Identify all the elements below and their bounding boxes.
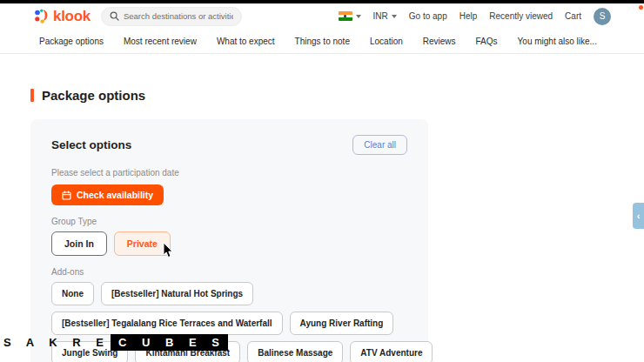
chevron-down-icon	[392, 15, 397, 18]
search-icon	[110, 11, 119, 21]
check-availability-label: Check availability	[77, 190, 153, 200]
addon-row: [Bestseller] Tegalalang Rice Terraces an…	[51, 312, 407, 335]
klook-logo-text: klook	[53, 8, 91, 25]
cart-link[interactable]: Cart	[565, 11, 581, 21]
tab-reviews[interactable]: Reviews	[423, 37, 456, 46]
group-option-join-in[interactable]: Join In	[51, 231, 107, 256]
notification-dot	[639, 5, 643, 10]
tab-most-recent-review[interactable]: Most recent review	[124, 37, 197, 46]
language-selector[interactable]	[339, 11, 361, 21]
select-options-card: Select options Clear all Please select a…	[30, 119, 428, 362]
addons-label: Add-ons	[51, 267, 407, 277]
search-input[interactable]	[124, 11, 233, 21]
date-prompt: Please select a participation date	[51, 168, 407, 178]
klook-logo[interactable]: klook	[33, 8, 91, 25]
clear-all-button[interactable]: Clear all	[352, 135, 407, 155]
help-link[interactable]: Help	[460, 11, 478, 21]
side-panel-toggle[interactable]: ‹	[633, 203, 644, 229]
addon-option-tegalalang-rice-terraces[interactable]: [Bestseller] Tegalalang Rice Terraces an…	[51, 312, 283, 335]
page: klook INR Go to a	[0, 0, 644, 362]
addon-option-natural-hot-springs[interactable]: [Bestseller] Natural Hot Springs	[101, 282, 253, 305]
group-type-options: Join In Private	[51, 231, 407, 256]
recently-viewed-link[interactable]: Recently viewed	[489, 11, 553, 21]
watermark: S A K R E C U B E S	[3, 334, 228, 351]
addon-option-atv-adventure[interactable]: ATV Adventure	[350, 341, 433, 362]
chevron-left-icon: ‹	[637, 211, 641, 221]
addon-option-none[interactable]: None	[51, 282, 94, 305]
watermark-left: S A K R E	[3, 336, 110, 349]
avatar[interactable]: S	[594, 8, 611, 25]
tab-faqs[interactable]: FAQs	[476, 37, 498, 46]
header-right: INR Go to app Help Recently viewed Cart …	[339, 8, 611, 25]
tab-what-to-expect[interactable]: What to expect	[217, 37, 275, 46]
page-title: Package options	[42, 88, 145, 103]
group-option-private[interactable]: Private	[114, 231, 171, 256]
title-accent-bar	[30, 89, 34, 102]
group-type-label: Group Type	[51, 217, 407, 226]
addon-option-ayung-river-rafting[interactable]: Ayung River Rafting	[290, 312, 394, 335]
addon-row: None [Bestseller] Natural Hot Springs	[51, 282, 407, 305]
india-flag-icon	[339, 11, 352, 21]
check-availability-button[interactable]: Check availability	[51, 184, 164, 205]
card-title: Select options	[51, 138, 131, 151]
watermark-right: C U B E S	[111, 334, 228, 351]
tab-package-options[interactable]: Package options	[39, 37, 104, 46]
currency-label: INR	[373, 11, 388, 21]
tab-things-to-note[interactable]: Things to note	[295, 37, 350, 46]
addon-option-balinese-massage[interactable]: Balinese Massage	[247, 341, 343, 362]
section-nav: Package options Most recent review What …	[0, 29, 644, 54]
calendar-icon	[62, 191, 71, 200]
klook-logo-icon	[33, 8, 50, 24]
go-to-app-link[interactable]: Go to app	[409, 11, 447, 21]
page-title-row: Package options	[30, 88, 145, 103]
tab-location[interactable]: Location	[370, 37, 403, 46]
header: klook INR Go to a	[0, 3, 644, 29]
tab-you-might-also-like[interactable]: You might also like...	[518, 37, 597, 46]
card-header: Select options Clear all	[51, 135, 407, 155]
chevron-down-icon	[356, 15, 361, 18]
currency-selector[interactable]: INR	[373, 11, 397, 21]
search-bar[interactable]	[101, 7, 242, 26]
